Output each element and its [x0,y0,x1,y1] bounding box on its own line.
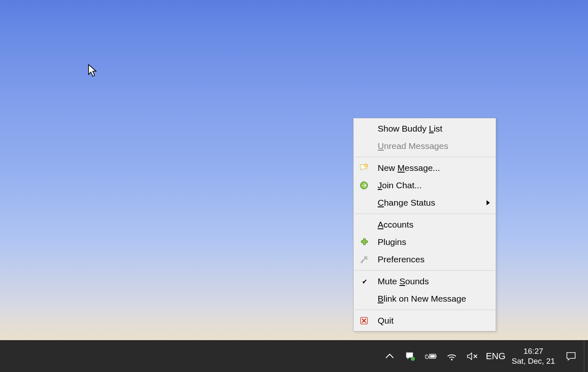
action-center-button[interactable] [558,340,584,372]
menu-item-change-status[interactable]: Change Status [354,194,496,211]
system-tray: ENG 16:27 Sat, Dec, 21 [379,340,588,372]
notification-icon [566,351,576,361]
menu-item-label: Join Chat... [378,180,490,190]
menu-item-label: Mute Sounds [378,276,490,286]
taskbar: ENG 16:27 Sat, Dec, 21 [0,340,588,372]
svg-point-4 [411,357,415,361]
menu-item-plugins[interactable]: Plugins [354,233,496,251]
menu-separator [354,310,495,310]
menu-item-quit[interactable]: Quit [354,312,496,329]
tray-overflow-button[interactable] [379,340,400,372]
menu-item-label: Preferences [378,254,490,264]
plugin-icon [359,236,370,248]
menu-item-label: New Message... [378,163,490,173]
show-desktop-button[interactable] [584,340,588,372]
menu-icon-empty [359,140,370,152]
power-icon [425,352,437,360]
menu-item-label: Show Buddy List [378,124,490,134]
menu-item-label: Plugins [378,237,490,247]
tray-network-button[interactable] [441,340,462,372]
menu-icon-empty [359,197,370,209]
menu-item-join-chat[interactable]: Join Chat... [354,177,496,194]
preferences-icon [359,254,370,265]
chevron-up-icon [385,353,394,359]
mouse-cursor [88,64,98,78]
menu-item-blink-on-new-message[interactable]: Blink on New Message [354,290,496,307]
menu-item-label: Quit [378,316,490,326]
menu-item-accounts[interactable]: Accounts [354,216,496,233]
volume-muted-icon [467,351,478,361]
menu-separator [354,270,495,271]
language-label: ENG [486,351,506,362]
svg-rect-6 [436,355,436,357]
tray-context-menu: Show Buddy ListUnread MessagesNew Messag… [353,118,496,331]
svg-rect-7 [430,355,435,358]
menu-icon-empty [359,219,370,230]
menu-item-label: Unread Messages [378,141,490,151]
menu-separator [354,214,495,214]
tray-volume-button[interactable] [462,340,483,372]
submenu-arrow-icon [487,200,490,205]
menu-item-label: Blink on New Message [378,294,490,304]
menu-item-label: Accounts [378,220,490,230]
wifi-icon [446,351,457,361]
clock-time: 16:27 [523,346,543,356]
menu-item-mute-sounds[interactable]: ✔Mute Sounds [354,273,496,290]
menu-separator [354,157,495,157]
menu-item-new-message[interactable]: New Message... [354,159,496,177]
menu-item-label: Change Status [378,198,487,208]
menu-item-preferences[interactable]: Preferences [354,251,496,268]
new-message-icon [359,162,370,174]
tray-power-button[interactable] [421,340,441,372]
pidgin-tray-icon [405,351,416,362]
menu-icon-empty [359,123,370,134]
checkmark-icon: ✔ [359,278,370,286]
menu-item-show-buddy-list[interactable]: Show Buddy List [354,120,496,137]
taskbar-clock[interactable]: 16:27 Sat, Dec, 21 [508,340,558,372]
language-indicator[interactable]: ENG [483,340,508,372]
menu-icon-empty [359,293,370,305]
svg-point-8 [451,359,453,360]
desktop-background: Show Buddy ListUnread MessagesNew Messag… [0,0,588,372]
quit-icon [359,315,370,326]
menu-item-unread-messages: Unread Messages [354,137,496,155]
tray-pidgin-button[interactable] [400,340,421,372]
join-chat-icon [359,180,370,191]
clock-date: Sat, Dec, 21 [512,356,555,366]
